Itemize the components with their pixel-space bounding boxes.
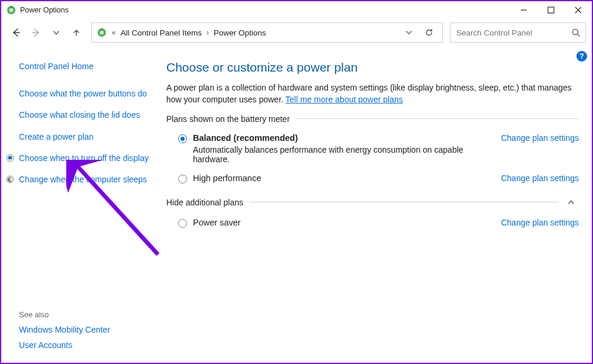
divider xyxy=(296,118,579,119)
section-title: Hide additional plans xyxy=(166,198,243,207)
sidebar: Control Panel Home Choose what the power… xyxy=(1,47,158,363)
section-plans-shown: Plans shown on the battery meter xyxy=(166,114,579,124)
plan-high-performance-radio[interactable] xyxy=(178,175,187,183)
plan-power-saver: Power saver Change plan settings xyxy=(166,213,579,233)
forward-button[interactable] xyxy=(27,24,45,41)
breadcrumb-power-options[interactable]: Power Options xyxy=(214,28,266,37)
page-heading: Choose or customize a power plan xyxy=(166,60,579,75)
address-bar[interactable]: « All Control Panel Items › Power Option… xyxy=(91,22,443,43)
see-also-label: See also xyxy=(19,310,149,319)
plan-power-saver-name[interactable]: Power saver xyxy=(193,218,494,227)
section-hide-additional: Hide additional plans xyxy=(166,197,579,208)
plan-high-performance: High performance Change plan settings xyxy=(166,169,579,188)
divider xyxy=(249,202,559,202)
main-content: Choose or customize a power plan A power… xyxy=(158,47,592,363)
help-button[interactable]: ? xyxy=(576,51,587,62)
intro-text: A power plan is a collection of hardware… xyxy=(166,82,579,106)
back-button[interactable] xyxy=(7,24,25,41)
title-bar: Power Options xyxy=(1,1,592,19)
plan-balanced-radio[interactable] xyxy=(178,134,187,143)
nav-row: « All Control Panel Items › Power Option… xyxy=(1,19,592,47)
plan-high-performance-name[interactable]: High performance xyxy=(193,173,494,183)
task-choose-power-buttons[interactable]: Choose what the power buttons do xyxy=(19,88,149,99)
maximize-button[interactable] xyxy=(537,1,565,19)
chevron-right-icon[interactable]: › xyxy=(205,28,210,37)
task-label: Change when the computer sleeps xyxy=(19,175,147,184)
svg-rect-15 xyxy=(8,156,12,159)
tell-me-more-link[interactable]: Tell me more about power plans xyxy=(285,95,402,104)
task-choose-closing-lid[interactable]: Choose what closing the lid does xyxy=(19,109,149,121)
collapse-additional-button[interactable] xyxy=(563,197,579,208)
search-input[interactable] xyxy=(455,28,571,38)
address-icon xyxy=(96,27,107,38)
control-panel-home-link[interactable]: Control Panel Home xyxy=(19,62,149,71)
change-plan-settings-balanced[interactable]: Change plan settings xyxy=(501,133,579,143)
plan-balanced-desc: Automatically balances performance with … xyxy=(193,145,494,164)
window-title: Power Options xyxy=(20,6,69,14)
search-icon[interactable] xyxy=(571,28,581,37)
task-label: Choose when to turn off the display xyxy=(19,153,149,163)
close-button[interactable] xyxy=(565,1,592,19)
breadcrumb-overflow-button[interactable]: « xyxy=(111,28,117,37)
task-computer-sleeps[interactable]: Change when the computer sleeps xyxy=(19,173,149,185)
recent-locations-button[interactable] xyxy=(47,24,65,41)
section-title: Plans shown on the battery meter xyxy=(166,114,290,124)
svg-line-13 xyxy=(578,34,580,37)
plan-balanced-name[interactable]: Balanced (recommended) xyxy=(193,133,494,143)
address-history-button[interactable] xyxy=(401,24,417,41)
plan-balanced: Balanced (recommended) Automatically bal… xyxy=(166,128,579,169)
change-plan-settings-power-saver[interactable]: Change plan settings xyxy=(501,218,579,227)
app-window: Power Options xyxy=(0,0,593,364)
body: ? Control Panel Home Choose what the pow… xyxy=(1,47,592,363)
display-icon xyxy=(6,153,14,162)
window-controls xyxy=(510,1,592,19)
refresh-button[interactable] xyxy=(421,24,437,41)
change-plan-settings-high-performance[interactable]: Change plan settings xyxy=(501,173,579,183)
plan-power-saver-radio[interactable] xyxy=(178,219,187,228)
related-user-accounts[interactable]: User Accounts xyxy=(19,340,149,350)
app-icon xyxy=(6,5,17,15)
minimize-button[interactable] xyxy=(510,1,537,19)
svg-point-11 xyxy=(100,31,104,35)
search-box[interactable] xyxy=(450,22,586,43)
task-create-power-plan[interactable]: Create a power plan xyxy=(19,131,149,143)
up-button[interactable] xyxy=(67,24,85,41)
related-mobility-center[interactable]: Windows Mobility Center xyxy=(19,325,149,334)
breadcrumb-all-control-panel-items[interactable]: All Control Panel Items xyxy=(121,28,202,37)
svg-rect-4 xyxy=(548,7,554,13)
svg-point-2 xyxy=(9,8,14,12)
task-turn-off-display[interactable]: Choose when to turn off the display xyxy=(19,152,149,164)
sleep-icon xyxy=(6,175,14,183)
